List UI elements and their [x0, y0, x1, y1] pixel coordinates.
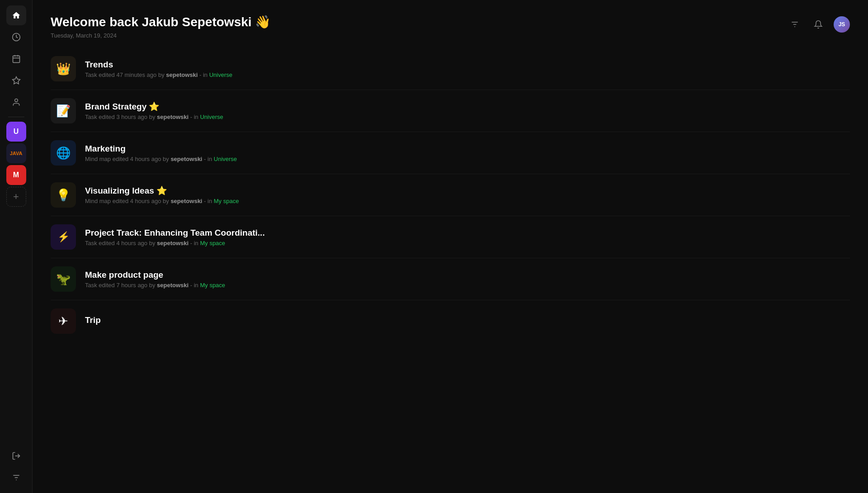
item-icon-trends: 👑: [51, 56, 76, 81]
item-meta-brand-strategy: Task edited 3 hours ago by sepetowski - …: [85, 114, 850, 120]
item-meta-make-product: Task edited 7 hours ago by sepetowski - …: [85, 282, 850, 289]
list-item[interactable]: 🌐 Marketing Mind map edited 4 hours ago …: [51, 132, 850, 174]
recent-items-list: 👑 Trends Task edited 47 minutes ago by s…: [33, 48, 868, 493]
item-time-make-product: 7 hours ago: [116, 282, 147, 289]
sidebar-item-filter-settings[interactable]: [6, 468, 26, 488]
item-type-project-track: Task: [85, 240, 97, 246]
item-icon-visualizing: 💡: [51, 182, 76, 208]
sidebar-item-logout[interactable]: [6, 446, 26, 466]
item-icon-brand-strategy: 📝: [51, 98, 76, 123]
list-item[interactable]: 👑 Trends Task edited 47 minutes ago by s…: [51, 48, 850, 90]
item-time-project-track: 4 hours ago: [116, 240, 147, 246]
sidebar-item-home[interactable]: [6, 5, 26, 25]
item-info-visualizing: Visualizing Ideas ⭐ Mind map edited 4 ho…: [85, 185, 850, 204]
sidebar-item-star[interactable]: [6, 71, 26, 90]
sidebar-item-calendar[interactable]: [6, 49, 26, 69]
header-left: Welcome back Jakub Sepetowski 👋 Tuesday,…: [51, 14, 271, 39]
list-item[interactable]: 🦖 Make product page Task edited 7 hours …: [51, 258, 850, 300]
item-time-marketing: 4 hours ago: [130, 156, 161, 162]
item-icon-make-product: 🦖: [51, 266, 76, 292]
item-icon-trip: ✈: [51, 308, 76, 334]
item-title-trends: Trends: [85, 60, 850, 70]
sidebar-workspace-java[interactable]: JAVA: [6, 143, 26, 163]
item-info-trip: Trip: [85, 315, 850, 327]
list-item[interactable]: 📝 Brand Strategy ⭐ Task edited 3 hours a…: [51, 90, 850, 132]
item-type-trends: Task: [85, 71, 97, 78]
list-item[interactable]: ✈ Trip: [51, 300, 850, 342]
item-title-make-product: Make product page: [85, 270, 850, 280]
item-title-brand-strategy: Brand Strategy ⭐: [85, 101, 850, 112]
item-title-trip: Trip: [85, 315, 850, 325]
item-info-brand-strategy: Brand Strategy ⭐ Task edited 3 hours ago…: [85, 101, 850, 120]
sidebar-item-user[interactable]: [6, 92, 26, 112]
item-info-make-product: Make product page Task edited 7 hours ag…: [85, 270, 850, 289]
list-item[interactable]: 💡 Visualizing Ideas ⭐ Mind map edited 4 …: [51, 174, 850, 216]
item-meta-visualizing: Mind map edited 4 hours ago by sepetowsk…: [85, 198, 850, 204]
main-content: Welcome back Jakub Sepetowski 👋 Tuesday,…: [33, 0, 868, 493]
item-meta-trends: Task edited 47 minutes ago by sepetowski…: [85, 71, 850, 78]
item-space-brand-strategy[interactable]: Universe: [200, 114, 223, 120]
sidebar-workspace-m[interactable]: M: [6, 165, 26, 185]
item-space-trends[interactable]: Universe: [209, 71, 232, 78]
settings-icon-btn[interactable]: [787, 16, 803, 33]
item-info-trends: Trends Task edited 47 minutes ago by sep…: [85, 60, 850, 78]
list-item[interactable]: ⚡ Project Track: Enhancing Team Coordina…: [51, 216, 850, 258]
item-icon-marketing: 🌐: [51, 140, 76, 166]
item-title-marketing: Marketing: [85, 144, 850, 154]
item-author-trends: sepetowski: [166, 71, 198, 78]
item-author-visualizing: sepetowski: [170, 198, 202, 204]
svg-point-6: [14, 99, 18, 102]
user-avatar[interactable]: JS: [834, 16, 850, 33]
item-type-make-product: Task: [85, 282, 97, 289]
workspace-m-label: M: [13, 171, 19, 179]
svg-marker-5: [12, 77, 20, 84]
workspace-java-label: JAVA: [10, 151, 23, 156]
sidebar: U JAVA M +: [0, 0, 33, 493]
item-meta-project-track: Task edited 4 hours ago by sepetowski - …: [85, 240, 850, 246]
item-info-project-track: Project Track: Enhancing Team Coordinati…: [85, 228, 850, 246]
item-time-brand-strategy: 3 hours ago: [116, 114, 147, 120]
sidebar-bottom: [6, 446, 26, 488]
item-icon-project-track: ⚡: [51, 224, 76, 250]
item-type-brand-strategy: Task: [85, 114, 97, 120]
item-space-project-track[interactable]: My space: [200, 240, 225, 246]
item-time-visualizing: 4 hours ago: [130, 198, 161, 204]
workspace-u-label: U: [14, 128, 19, 136]
sidebar-item-clock[interactable]: [6, 27, 26, 47]
item-space-make-product[interactable]: My space: [200, 282, 225, 289]
sidebar-add-workspace[interactable]: +: [6, 187, 26, 207]
page-header: Welcome back Jakub Sepetowski 👋 Tuesday,…: [33, 0, 868, 48]
item-meta-marketing: Mind map edited 4 hours ago by sepetowsk…: [85, 156, 850, 162]
page-date: Tuesday, March 19, 2024: [51, 32, 271, 39]
avatar-initials: JS: [839, 21, 845, 28]
item-title-visualizing: Visualizing Ideas ⭐: [85, 185, 850, 196]
sidebar-workspace-u[interactable]: U: [6, 122, 26, 142]
item-space-marketing[interactable]: Universe: [214, 156, 237, 162]
item-info-marketing: Marketing Mind map edited 4 hours ago by…: [85, 144, 850, 162]
item-author-make-product: sepetowski: [157, 282, 189, 289]
sidebar-divider-1: [8, 117, 24, 117]
item-space-visualizing[interactable]: My space: [214, 198, 239, 204]
svg-rect-1: [13, 56, 19, 62]
item-author-project-track: sepetowski: [157, 240, 189, 246]
page-title: Welcome back Jakub Sepetowski 👋: [51, 14, 271, 29]
item-author-brand-strategy: sepetowski: [157, 114, 189, 120]
item-author-marketing: sepetowski: [170, 156, 202, 162]
item-type-marketing: Mind map: [85, 156, 111, 162]
item-type-visualizing: Mind map: [85, 198, 111, 204]
header-actions: JS: [787, 16, 850, 33]
item-time-trends: 47 minutes ago: [116, 71, 156, 78]
notification-bell-btn[interactable]: [810, 16, 826, 33]
item-title-project-track: Project Track: Enhancing Team Coordinati…: [85, 228, 850, 238]
